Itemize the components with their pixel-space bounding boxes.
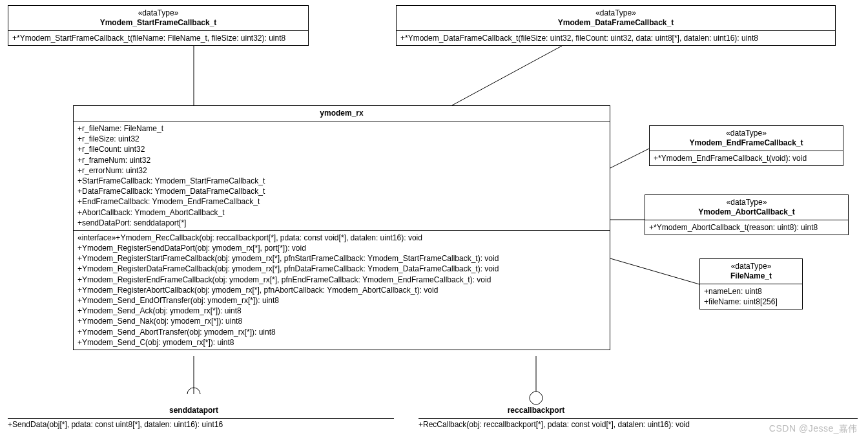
operation: +Ymodem_Send_EndOfTransfer(obj: ymodem_r… [78, 295, 606, 306]
operation: +Ymodem_RegisterAbortCallback(obj: ymode… [78, 285, 606, 295]
attributes: +r_fileName: FileName_t+r_fileSize: uint… [74, 121, 610, 230]
operations: +*Ymodem_AbortCallback_t(reason: uint8):… [645, 220, 848, 235]
attributes: +nameLen: uint8 +fileName: uint8[256] [700, 284, 802, 309]
operations: +*Ymodem_EndFrameCallback_t(void): void [650, 151, 843, 165]
svg-line-4 [610, 258, 699, 284]
stereotype: «dataType» [400, 8, 831, 18]
attribute: +r_fileCount: uint32 [78, 144, 606, 154]
operation: +*Ymodem_StartFrameCallback_t(fileName: … [12, 33, 304, 43]
operation: +Ymodem_Send_AbortTransfer(obj: ymodem_r… [78, 327, 606, 337]
class-ymodem-rx: ymodem_rx +r_fileName: FileName_t+r_file… [73, 105, 610, 350]
stereotype: «dataType» [654, 129, 839, 138]
class-start-frame-callback: «dataType» Ymodem_StartFrameCallback_t +… [8, 5, 309, 46]
class-header: «dataType» FileName_t [700, 259, 802, 284]
interface-reccallbackport-label: reccallbackport [481, 406, 591, 415]
attribute: +r_errorNum: uint32 [78, 165, 606, 176]
class-header: «dataType» Ymodem_AbortCallback_t [645, 195, 848, 220]
operation: +SendData(obj[*], pdata: const uint8[*],… [8, 420, 394, 429]
class-name: Ymodem_DataFrameCallback_t [400, 18, 831, 28]
interface-senddataport-ops: +SendData(obj[*], pdata: const uint8[*],… [8, 418, 394, 429]
interface-senddataport-label: senddataport [145, 406, 242, 415]
attribute: +r_fileSize: uint32 [78, 134, 606, 144]
stereotype: «dataType» [704, 262, 798, 271]
attribute: +EndFrameCallback: Ymodem_EndFrameCallba… [78, 196, 606, 207]
class-header: «dataType» Ymodem_DataFrameCallback_t [397, 6, 835, 31]
operations: +*Ymodem_StartFrameCallback_t(fileName: … [8, 31, 308, 45]
operation: +Ymodem_Send_C(obj: ymodem_rx[*]): uint8 [78, 337, 606, 348]
stereotype: «dataType» [12, 8, 304, 18]
class-header: «dataType» Ymodem_StartFrameCallback_t [8, 6, 308, 31]
attribute: +sendDataPort: senddataport[*] [78, 218, 606, 228]
stereotype: «dataType» [649, 198, 844, 207]
attribute: +fileName: uint8[256] [704, 297, 798, 307]
operation: +*Ymodem_DataFrameCallback_t(fileSize: u… [400, 33, 831, 43]
class-header: ymodem_rx [74, 106, 610, 121]
class-name: Ymodem_EndFrameCallback_t [654, 138, 839, 148]
attribute: +StartFrameCallback: Ymodem_StartFrameCa… [78, 176, 606, 186]
operation: +Ymodem_RegisterSendDataPort(obj: ymodem… [78, 243, 606, 253]
operations: «interface»+Ymodem_RecCallback(obj: recc… [74, 230, 610, 350]
operation: +Ymodem_Send_Ack(obj: ymodem_rx[*]): uin… [78, 306, 606, 316]
class-name: Ymodem_AbortCallback_t [649, 207, 844, 217]
operation: +Ymodem_Send_Nak(obj: ymodem_rx[*]): uin… [78, 316, 606, 326]
svg-point-7 [530, 392, 542, 404]
class-abort-callback: «dataType» Ymodem_AbortCallback_t +*Ymod… [645, 194, 849, 235]
svg-line-2 [610, 149, 649, 168]
watermark: CSDN @Jesse_嘉伟 [769, 423, 858, 435]
operations: +*Ymodem_DataFrameCallback_t(fileSize: u… [397, 31, 835, 45]
attribute: +r_fileName: FileName_t [78, 123, 606, 134]
operation: +*Ymodem_EndFrameCallback_t(void): void [654, 153, 839, 163]
class-data-frame-callback: «dataType» Ymodem_DataFrameCallback_t +*… [396, 5, 836, 46]
attribute: +DataFrameCallback: Ymodem_DataFrameCall… [78, 186, 606, 196]
attribute: +r_frameNum: uint32 [78, 155, 606, 165]
svg-line-1 [452, 46, 562, 105]
attribute: +nameLen: uint8 [704, 286, 798, 297]
class-filename: «dataType» FileName_t +nameLen: uint8 +f… [699, 258, 803, 309]
class-name: ymodem_rx [320, 109, 363, 118]
class-name: Ymodem_StartFrameCallback_t [12, 18, 304, 28]
operation: +*Ymodem_AbortCallback_t(reason: uint8):… [649, 222, 844, 233]
operation: +Ymodem_RegisterStartFrameCallback(obj: … [78, 253, 606, 264]
attribute: +AbortCallback: Ymodem_AbortCallback_t [78, 207, 606, 218]
class-end-frame-callback: «dataType» Ymodem_EndFrameCallback_t +*Y… [649, 125, 843, 166]
operation: +Ymodem_RegisterDataFrameCallback(obj: y… [78, 264, 606, 274]
operation: «interface»+Ymodem_RecCallback(obj: recc… [78, 233, 606, 243]
operation: +Ymodem_RegisterEndFrameCallback(obj: ym… [78, 275, 606, 285]
class-name: FileName_t [704, 271, 798, 281]
class-header: «dataType» Ymodem_EndFrameCallback_t [650, 126, 843, 151]
